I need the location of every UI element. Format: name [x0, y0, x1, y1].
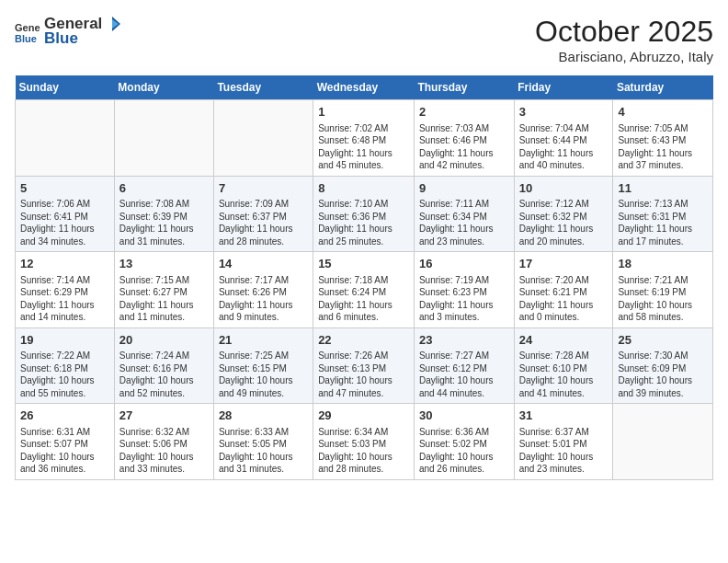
calendar-cell: 4Sunrise: 7:05 AM Sunset: 6:43 PM Daylig… [613, 100, 713, 177]
day-info: Sunrise: 7:06 AM Sunset: 6:41 PM Dayligh… [20, 198, 109, 247]
day-info: Sunrise: 6:32 AM Sunset: 5:06 PM Dayligh… [119, 426, 209, 476]
day-number: 24 [519, 332, 609, 349]
day-number: 20 [119, 332, 209, 349]
calendar-cell: 1Sunrise: 7:02 AM Sunset: 6:48 PM Daylig… [313, 100, 415, 177]
day-number: 29 [318, 408, 409, 424]
calendar-cell: 12Sunrise: 7:14 AM Sunset: 6:29 PM Dayli… [16, 252, 115, 328]
day-number: 11 [618, 180, 708, 197]
day-info: Sunrise: 7:14 AM Sunset: 6:29 PM Dayligh… [20, 274, 109, 324]
day-number: 31 [519, 408, 609, 424]
calendar-cell: 25Sunrise: 7:30 AM Sunset: 6:09 PM Dayli… [613, 327, 713, 404]
calendar-cell: 24Sunrise: 7:28 AM Sunset: 6:10 PM Dayli… [514, 327, 613, 404]
calendar-cell: 9Sunrise: 7:11 AM Sunset: 6:34 PM Daylig… [414, 176, 514, 252]
calendar-cell: 26Sunrise: 6:31 AM Sunset: 5:07 PM Dayli… [16, 404, 115, 480]
day-number: 16 [419, 256, 509, 272]
day-number: 18 [618, 256, 708, 272]
calendar-cell: 3Sunrise: 7:04 AM Sunset: 6:44 PM Daylig… [514, 100, 613, 177]
column-header-monday: Monday [114, 75, 213, 100]
calendar-cell: 27Sunrise: 6:32 AM Sunset: 5:06 PM Dayli… [114, 404, 213, 480]
calendar-cell: 2Sunrise: 7:03 AM Sunset: 6:46 PM Daylig… [414, 100, 514, 177]
day-info: Sunrise: 7:25 AM Sunset: 6:15 PM Dayligh… [219, 350, 308, 399]
day-number: 19 [20, 332, 109, 349]
calendar-cell: 7Sunrise: 7:09 AM Sunset: 6:37 PM Daylig… [213, 176, 313, 252]
calendar-body: 1Sunrise: 7:02 AM Sunset: 6:48 PM Daylig… [16, 100, 713, 480]
day-info: Sunrise: 7:28 AM Sunset: 6:10 PM Dayligh… [519, 350, 609, 399]
day-info: Sunrise: 7:21 AM Sunset: 6:19 PM Dayligh… [618, 274, 708, 324]
page-header: General Blue General Blue October 2025 B… [15, 15, 713, 64]
day-info: Sunrise: 7:08 AM Sunset: 6:39 PM Dayligh… [119, 198, 209, 247]
calendar-cell [16, 100, 115, 177]
day-number: 10 [519, 180, 609, 197]
day-info: Sunrise: 7:15 AM Sunset: 6:27 PM Dayligh… [119, 274, 209, 324]
calendar-cell: 8Sunrise: 7:10 AM Sunset: 6:36 PM Daylig… [313, 176, 415, 252]
day-info: Sunrise: 7:26 AM Sunset: 6:13 PM Dayligh… [318, 350, 409, 399]
day-number: 30 [419, 408, 509, 424]
calendar-table: SundayMondayTuesdayWednesdayThursdayFrid… [15, 75, 713, 480]
day-info: Sunrise: 6:36 AM Sunset: 5:02 PM Dayligh… [419, 426, 509, 476]
location-title: Barisciano, Abruzzo, Italy [535, 49, 713, 64]
calendar-cell: 5Sunrise: 7:06 AM Sunset: 6:41 PM Daylig… [16, 176, 115, 252]
logo: General Blue General Blue [15, 15, 120, 48]
week-row-5: 26Sunrise: 6:31 AM Sunset: 5:07 PM Dayli… [16, 404, 713, 480]
week-row-3: 12Sunrise: 7:14 AM Sunset: 6:29 PM Dayli… [16, 252, 713, 328]
column-header-sunday: Sunday [16, 75, 115, 100]
calendar-cell: 30Sunrise: 6:36 AM Sunset: 5:02 PM Dayli… [414, 404, 514, 480]
day-info: Sunrise: 7:05 AM Sunset: 6:43 PM Dayligh… [618, 122, 708, 172]
svg-text:Blue: Blue [15, 33, 37, 44]
day-info: Sunrise: 6:31 AM Sunset: 5:07 PM Dayligh… [20, 426, 109, 476]
day-number: 3 [519, 104, 609, 121]
month-title: October 2025 [535, 15, 713, 49]
day-info: Sunrise: 7:18 AM Sunset: 6:24 PM Dayligh… [318, 274, 409, 324]
calendar-cell: 18Sunrise: 7:21 AM Sunset: 6:19 PM Dayli… [613, 252, 713, 328]
calendar-cell: 28Sunrise: 6:33 AM Sunset: 5:05 PM Dayli… [213, 404, 313, 480]
column-header-wednesday: Wednesday [313, 75, 415, 100]
day-number: 26 [20, 408, 109, 424]
calendar-cell: 16Sunrise: 7:19 AM Sunset: 6:23 PM Dayli… [414, 252, 514, 328]
day-info: Sunrise: 6:37 AM Sunset: 5:01 PM Dayligh… [519, 426, 609, 476]
day-info: Sunrise: 7:02 AM Sunset: 6:48 PM Dayligh… [318, 122, 409, 172]
day-info: Sunrise: 7:17 AM Sunset: 6:26 PM Dayligh… [219, 274, 308, 324]
week-row-4: 19Sunrise: 7:22 AM Sunset: 6:18 PM Dayli… [16, 327, 713, 404]
day-number: 8 [318, 180, 409, 197]
calendar-cell [114, 100, 213, 177]
calendar-cell: 10Sunrise: 7:12 AM Sunset: 6:32 PM Dayli… [514, 176, 613, 252]
calendar-cell: 22Sunrise: 7:26 AM Sunset: 6:13 PM Dayli… [313, 327, 415, 404]
day-number: 28 [219, 408, 308, 424]
day-number: 7 [219, 180, 308, 197]
day-number: 23 [419, 332, 509, 349]
calendar-cell: 19Sunrise: 7:22 AM Sunset: 6:18 PM Dayli… [16, 327, 115, 404]
calendar-cell: 21Sunrise: 7:25 AM Sunset: 6:15 PM Dayli… [213, 327, 313, 404]
day-number: 27 [119, 408, 209, 424]
calendar-cell: 14Sunrise: 7:17 AM Sunset: 6:26 PM Dayli… [213, 252, 313, 328]
day-number: 17 [519, 256, 609, 272]
day-number: 2 [419, 104, 509, 121]
day-number: 9 [419, 180, 509, 197]
column-header-tuesday: Tuesday [213, 75, 313, 100]
day-number: 25 [618, 332, 708, 349]
day-info: Sunrise: 7:13 AM Sunset: 6:31 PM Dayligh… [618, 198, 708, 247]
calendar-cell: 6Sunrise: 7:08 AM Sunset: 6:39 PM Daylig… [114, 176, 213, 252]
day-number: 21 [219, 332, 308, 349]
calendar-cell: 23Sunrise: 7:27 AM Sunset: 6:12 PM Dayli… [414, 327, 514, 404]
day-number: 14 [219, 256, 308, 272]
day-number: 1 [318, 104, 409, 121]
day-number: 13 [119, 256, 209, 272]
column-header-thursday: Thursday [414, 75, 514, 100]
header-row: SundayMondayTuesdayWednesdayThursdayFrid… [16, 75, 713, 100]
day-number: 22 [318, 332, 409, 349]
calendar-cell: 13Sunrise: 7:15 AM Sunset: 6:27 PM Dayli… [114, 252, 213, 328]
calendar-cell [213, 100, 313, 177]
calendar-cell [613, 404, 713, 480]
logo-icon: General Blue [15, 18, 40, 44]
day-info: Sunrise: 7:19 AM Sunset: 6:23 PM Dayligh… [419, 274, 509, 324]
day-info: Sunrise: 7:24 AM Sunset: 6:16 PM Dayligh… [119, 350, 209, 399]
day-number: 4 [618, 104, 708, 121]
day-info: Sunrise: 6:34 AM Sunset: 5:03 PM Dayligh… [318, 426, 409, 476]
day-info: Sunrise: 7:09 AM Sunset: 6:37 PM Dayligh… [219, 198, 308, 247]
day-info: Sunrise: 7:27 AM Sunset: 6:12 PM Dayligh… [419, 350, 509, 399]
title-block: October 2025 Barisciano, Abruzzo, Italy [535, 15, 713, 64]
day-info: Sunrise: 7:22 AM Sunset: 6:18 PM Dayligh… [20, 350, 109, 399]
calendar-cell: 20Sunrise: 7:24 AM Sunset: 6:16 PM Dayli… [114, 327, 213, 404]
calendar-cell: 15Sunrise: 7:18 AM Sunset: 6:24 PM Dayli… [313, 252, 415, 328]
day-info: Sunrise: 7:12 AM Sunset: 6:32 PM Dayligh… [519, 198, 609, 247]
